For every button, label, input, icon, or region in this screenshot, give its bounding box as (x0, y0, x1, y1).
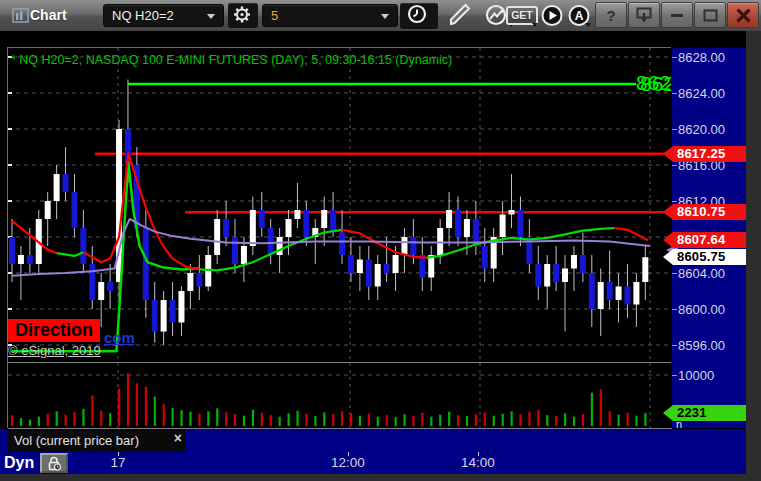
volume-bar (82, 409, 84, 426)
lock-icon (46, 456, 62, 471)
candle (509, 210, 515, 215)
candle (375, 264, 381, 287)
volume-bar (332, 414, 334, 426)
window-title: Chart (30, 7, 67, 23)
volume-bar (261, 413, 263, 426)
candle (250, 210, 256, 246)
volume-bar (243, 416, 245, 426)
annotation-a-button[interactable]: A (566, 3, 592, 28)
candle (54, 174, 60, 201)
candle (642, 257, 648, 282)
candle (259, 210, 265, 228)
volume-bar (145, 387, 147, 426)
volume-bar (430, 417, 432, 426)
candle (170, 300, 176, 323)
price-pane[interactable]: 862 (8, 48, 671, 362)
symbol-combo[interactable]: NQ H20=2 (103, 4, 224, 27)
candle (393, 255, 399, 273)
candle (71, 192, 77, 228)
volume-bar (591, 393, 593, 426)
volume-bar (537, 410, 539, 426)
candle (178, 291, 184, 323)
candle (232, 237, 238, 264)
candle (223, 219, 229, 237)
volume-bar (288, 413, 290, 426)
candle (187, 273, 193, 291)
candle (410, 237, 416, 255)
help-button[interactable]: ? (595, 2, 627, 28)
volume-bar (564, 413, 566, 426)
volume-bar (421, 413, 423, 426)
volume-axis-label: 10000 (678, 368, 714, 382)
volume-bar (118, 389, 120, 426)
close-button[interactable] (727, 2, 759, 28)
minimize-button[interactable] (661, 2, 693, 28)
chevron-down-icon (207, 14, 215, 19)
volume-bar (484, 412, 486, 426)
volume-bar (11, 415, 13, 426)
volume-bar (65, 415, 67, 426)
candle (89, 264, 95, 300)
volume-bar (644, 413, 646, 426)
volume-bar (279, 417, 281, 426)
volume-bar (368, 414, 370, 426)
volume-bar (582, 414, 584, 426)
volume-bar (341, 411, 343, 426)
close-icon (736, 8, 751, 23)
settings-gear-button[interactable] (228, 3, 258, 28)
maximize-button[interactable] (694, 2, 726, 28)
volume-bar (305, 414, 307, 426)
draw-pencil-button[interactable] (443, 3, 477, 28)
candle (143, 228, 149, 300)
volume-bar (91, 396, 93, 426)
watermark-link[interactable]: com (104, 329, 135, 346)
time-interval-button[interactable] (400, 3, 438, 29)
volume-bar (172, 408, 174, 426)
chart-heading: * NQ H20=2, NASDAQ 100 E-MINI FUTURES (D… (11, 53, 452, 67)
candle (464, 219, 470, 237)
price-axis-label: 8624.00 (678, 86, 725, 100)
volume-study-tab[interactable]: Vol (current price bar) × (8, 429, 186, 452)
candle (27, 255, 33, 264)
get-data-button[interactable]: GET (506, 6, 538, 25)
help-button-label: ? (606, 7, 615, 24)
volume-bar (127, 373, 129, 426)
candle (161, 300, 167, 332)
time-axis[interactable]: Dyn 1712:0014:00 (0, 452, 746, 474)
chevron-down-icon (431, 24, 437, 28)
pencil-icon (443, 3, 477, 28)
candle (580, 255, 586, 273)
volume-bar (448, 412, 450, 426)
candle (517, 210, 523, 237)
volume-pane[interactable] (8, 363, 671, 428)
candle (294, 210, 300, 219)
volume-bar (207, 411, 209, 426)
volume-bar (493, 416, 495, 426)
interval-combo-value: 5 (263, 8, 278, 23)
volume-bar (225, 412, 227, 426)
volume-bar (323, 412, 325, 426)
volume-bar (29, 420, 31, 426)
candle (214, 219, 220, 255)
candle (401, 237, 407, 255)
time-lock-button[interactable] (40, 453, 68, 473)
volume-bar (457, 415, 459, 426)
close-study-icon[interactable]: × (174, 427, 182, 450)
volume-tag: 2231 (673, 405, 746, 421)
plot-left-border (7, 47, 8, 428)
price-tag: 8607.64 (673, 232, 746, 248)
minimize-icon (670, 8, 684, 22)
candle (357, 260, 363, 274)
candle (241, 246, 247, 264)
candle (544, 264, 550, 287)
candle (553, 264, 559, 282)
play-button[interactable] (539, 3, 565, 28)
candle (286, 219, 292, 237)
volume-bar (270, 415, 272, 426)
price-tag: 8610.75 (673, 204, 746, 220)
popout-button[interactable] (628, 2, 660, 28)
interval-combo[interactable]: 5 (262, 4, 398, 27)
chart-window-icon (12, 8, 29, 23)
chevron-down-icon (532, 23, 538, 27)
candle (9, 237, 15, 264)
